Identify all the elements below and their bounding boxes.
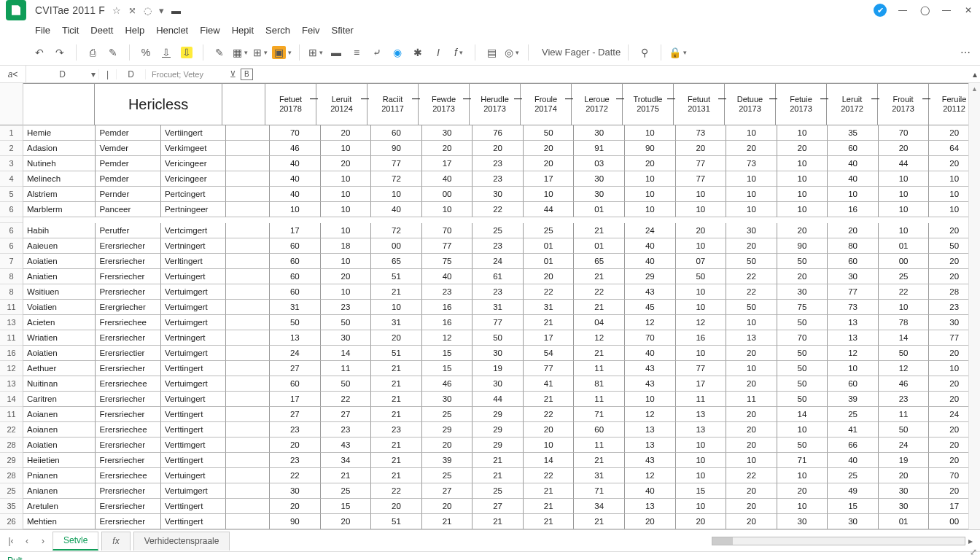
cell-cat1[interactable]: Erersriecher [96,438,161,453]
cell-value[interactable]: 20 [726,499,777,514]
cell-name[interactable]: Aniatien [23,269,96,284]
cell-value[interactable]: 20 [524,269,575,284]
cell-value[interactable]: 76 [472,125,524,141]
cell-value[interactable]: 21 [524,499,575,514]
cell-value[interactable]: 11 [321,361,372,376]
row-number[interactable]: 4 [0,171,23,187]
cell-value[interactable]: 25 [472,483,524,499]
cell-blank[interactable] [226,156,270,171]
cell-cat2[interactable]: Vertuimgert [161,483,227,499]
cell-value[interactable]: 20 [726,407,777,422]
cell-value[interactable]: 21 [371,376,422,392]
cell-cat2[interactable]: Verltingert [161,254,227,269]
cell-value[interactable]: 50 [676,269,727,284]
cell-value[interactable]: 10 [625,187,676,202]
function-button[interactable]: f▾ [450,43,467,62]
cell-name[interactable]: Wsitiuen [23,284,96,300]
cell-value[interactable]: 10 [321,187,372,202]
cell-value[interactable]: 20 [879,468,930,483]
menu-deett[interactable]: Deett [90,25,113,36]
insert-chart-button[interactable]: ▤ [483,43,500,62]
formula-collapse-icon[interactable]: ▴ [970,69,980,79]
cell-blank[interactable] [226,238,270,254]
cell-blank[interactable] [226,499,270,514]
cell-value[interactable]: 30 [574,187,625,202]
cell-value[interactable]: 07 [676,254,727,269]
cell-value[interactable]: 46 [270,141,321,156]
cell-value[interactable]: 21 [574,223,625,238]
cell-value[interactable]: 10 [422,202,473,217]
cell-value[interactable]: 50 [777,315,828,330]
cell-value[interactable]: 60 [270,238,321,254]
row-number[interactable]: 12 [0,361,23,376]
cell-value[interactable]: 10 [321,141,372,156]
cell-cat2[interactable]: Vertuimgert [161,376,227,392]
cell-value[interactable]: 77 [676,171,727,187]
cell-value[interactable]: 25 [828,468,879,483]
cell-value[interactable]: 10 [828,361,879,376]
cell-value[interactable]: 00 [371,238,422,254]
cell-cat1[interactable]: Frersriecher [96,453,161,468]
cell-blank[interactable] [226,422,270,438]
data-col-header[interactable]: Herudle20173— [470,83,521,125]
cell-value[interactable]: 23 [321,422,372,438]
cell-value[interactable]: 10 [879,300,930,315]
dropdown-b-button[interactable]: ⊞▾ [252,43,269,62]
cell-value[interactable]: 20 [777,269,828,284]
cell-cat2[interactable]: Vertuimgert [161,315,227,330]
cell-value[interactable]: 34 [321,453,372,468]
cell-value[interactable]: 77 [472,315,524,330]
menu-ticit[interactable]: Ticit [62,25,79,36]
cell-name[interactable]: Heiietien [23,453,96,468]
cell-value[interactable]: 30 [777,284,828,300]
cell-name[interactable]: Aoianen [23,422,96,438]
cell-cat1[interactable]: Erersriecher [96,254,161,269]
cell-value[interactable]: 03 [574,156,625,171]
cell-value[interactable]: 43 [321,438,372,453]
cell-value[interactable]: 10 [726,171,777,187]
globe-icon[interactable]: ◉ [389,43,406,62]
cell-cat1[interactable]: Prersriecher [96,483,161,499]
cell-value[interactable]: 46 [422,376,473,392]
cell-value[interactable]: 15 [828,499,879,514]
cell-blank[interactable] [226,141,270,156]
cell-value[interactable]: 50 [726,300,777,315]
cell-value[interactable]: 50 [726,254,777,269]
cell-value[interactable]: 10 [270,202,321,217]
align-button[interactable]: ≡ [348,43,365,62]
cell-value[interactable]: 21 [371,361,422,376]
menu-henclet[interactable]: Henclet [156,25,188,36]
cell-value[interactable]: 17 [422,156,473,171]
cell-cat1[interactable]: Erersriechee [96,468,161,483]
cell-name[interactable]: Nutineh [23,156,96,171]
cell-cat2[interactable]: Verttingert [161,499,227,514]
cell-cat2[interactable]: Verttingert [161,422,227,438]
cell-value[interactable]: 77 [828,284,879,300]
cell-value[interactable]: 30 [472,346,524,361]
cell-cat1[interactable]: Pemder [96,125,161,141]
cell-name[interactable]: Melinech [23,171,96,187]
cell-value[interactable]: 31 [524,300,575,315]
cell-value[interactable]: 15 [676,483,727,499]
cell-name[interactable]: Aaieuen [23,238,96,254]
cell-value[interactable]: 10 [321,223,372,238]
menu-hepit[interactable]: Hepit [232,25,254,36]
cell-value[interactable]: 43 [625,361,676,376]
cell-value[interactable]: 22 [726,284,777,300]
cell-name[interactable]: Aoiatien [23,254,96,269]
cell-cat1[interactable]: Erersriecher [96,238,161,254]
cell-value[interactable]: 20 [726,141,777,156]
cell-value[interactable]: 20 [422,438,473,453]
cell-cat1[interactable]: Erergriecher [96,300,161,315]
cell-value[interactable]: 10 [726,315,777,330]
vertical-scrollbar[interactable]: ▲ [968,83,980,529]
cell-value[interactable]: 60 [828,141,879,156]
cell-value[interactable]: 22 [726,269,777,284]
cell-value[interactable]: 20 [422,499,473,514]
cell-value[interactable]: 14 [879,330,930,346]
cell-value[interactable]: 51 [371,269,422,284]
cell-value[interactable]: 30 [472,376,524,392]
cell-blank[interactable] [226,300,270,315]
cell-blank[interactable] [226,171,270,187]
cell-value[interactable]: 13 [726,330,777,346]
